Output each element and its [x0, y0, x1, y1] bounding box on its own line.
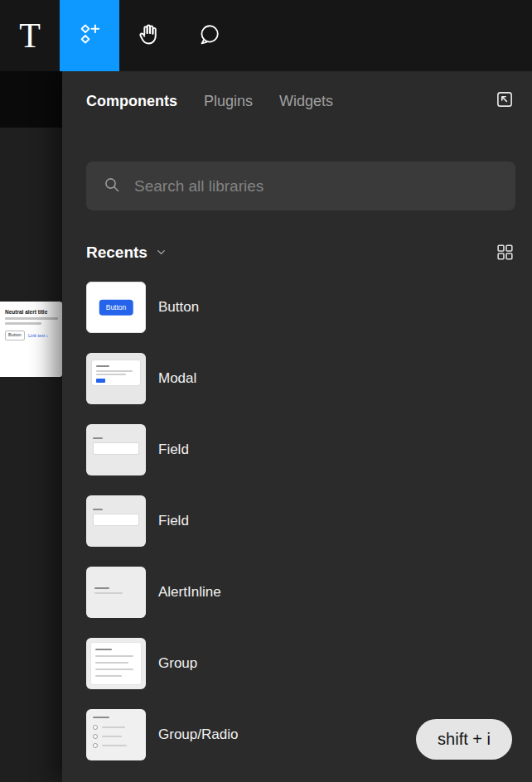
component-name: Field	[158, 513, 189, 529]
alert-card-actions: Button Link text ›	[5, 331, 58, 340]
component-name: Button	[158, 299, 199, 316]
top-toolbar: T	[0, 0, 532, 71]
alert-card-title: Neutral alert title	[5, 309, 58, 315]
alert-card-link: Link text ›	[28, 333, 48, 338]
chevron-down-icon[interactable]	[155, 246, 167, 258]
open-window-icon	[494, 89, 515, 113]
component-thumbnail	[86, 567, 146, 618]
list-item-button[interactable]: Button Button	[86, 282, 532, 333]
component-thumbnail	[86, 495, 146, 547]
search-bar[interactable]	[86, 162, 515, 210]
grid-view-icon[interactable]	[495, 242, 515, 263]
canvas-alert-component[interactable]: Neutral alert title Button Link text ›	[0, 302, 62, 377]
canvas-dark-region	[0, 71, 62, 128]
search-icon	[102, 175, 122, 198]
recents-header: Recents	[86, 242, 515, 263]
component-name: AlertInline	[158, 584, 221, 601]
component-thumbnail	[86, 638, 146, 689]
component-name: Group	[158, 655, 197, 672]
tab-plugins[interactable]: Plugins	[204, 93, 253, 110]
panel-expand-button[interactable]	[494, 89, 515, 113]
list-item-modal[interactable]: Modal	[86, 353, 532, 404]
hand-tool[interactable]	[119, 0, 179, 71]
hand-icon	[137, 22, 162, 51]
component-name: Group/Radio	[158, 726, 238, 743]
component-thumbnail	[86, 709, 146, 760]
list-item-alertinline[interactable]: AlertInline	[86, 567, 532, 618]
alert-card-textline	[5, 317, 58, 320]
panel-tabs: Components Plugins Widgets	[62, 71, 532, 131]
thumbnail-button-mock: Button	[99, 300, 133, 316]
list-item-field[interactable]: Field	[86, 495, 532, 547]
list-item-field[interactable]: Field	[86, 424, 532, 475]
component-name: Modal	[158, 370, 196, 387]
tab-widgets[interactable]: Widgets	[279, 93, 333, 110]
text-tool[interactable]: T	[0, 0, 60, 71]
recents-list: Button Button Modal Field	[86, 282, 532, 760]
list-item-group[interactable]: Group	[86, 638, 532, 689]
search-input[interactable]	[134, 177, 500, 196]
shortcut-hint-badge: shift + i	[416, 719, 512, 760]
component-thumbnail	[86, 353, 146, 404]
component-name: Field	[158, 442, 189, 458]
assets-icon	[77, 22, 102, 50]
component-thumbnail: Button	[86, 282, 146, 333]
components-panel: Components Plugins Widgets Recents	[62, 71, 532, 782]
text-tool-icon: T	[19, 18, 41, 53]
assets-tool[interactable]	[60, 0, 119, 71]
alert-card-textline	[5, 322, 41, 325]
component-thumbnail	[86, 424, 146, 475]
comment-tool[interactable]	[179, 0, 239, 71]
tab-components[interactable]: Components	[86, 93, 177, 110]
comment-icon	[197, 22, 221, 50]
alert-card-button: Button	[5, 331, 25, 340]
recents-title[interactable]: Recents	[86, 244, 148, 262]
